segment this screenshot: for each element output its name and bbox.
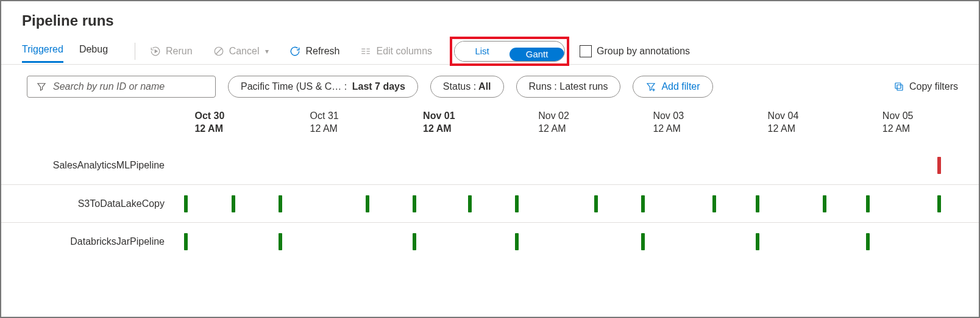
search-input[interactable]: Search by run ID or name	[27, 76, 216, 98]
filter-timezone-value: Last 7 days	[352, 81, 405, 92]
divider	[135, 43, 135, 60]
timeline-tick: Nov 0312 AM	[653, 110, 684, 136]
run-bar[interactable]	[866, 195, 870, 212]
run-bar[interactable]	[641, 233, 645, 250]
copy-filters-button[interactable]: Copy filters	[893, 81, 958, 92]
timeline-tick: Nov 0112 AM	[423, 110, 455, 136]
copy-icon	[893, 81, 904, 92]
columns-icon	[360, 46, 371, 57]
cancel-icon	[213, 46, 224, 57]
edit-columns-button[interactable]: Edit columns	[357, 43, 436, 59]
pipeline-name[interactable]: SalesAnalyticsMLPipeline	[1, 160, 178, 171]
filter-icon	[36, 81, 47, 92]
run-bar[interactable]	[756, 233, 759, 250]
run-bar[interactable]	[515, 233, 519, 250]
run-bar[interactable]	[937, 157, 941, 174]
filter-status[interactable]: Status : All	[430, 76, 504, 98]
group-by-label: Group by annotations	[597, 46, 690, 57]
filter-runs-prefix: Runs :	[529, 81, 557, 92]
view-toggle[interactable]: List Gantt	[454, 41, 565, 62]
run-bar[interactable]	[756, 195, 759, 212]
chevron-down-icon: ▾	[265, 47, 269, 56]
view-toggle-list[interactable]: List	[455, 42, 510, 61]
rerun-button[interactable]: Rerun	[146, 43, 196, 59]
refresh-icon	[289, 46, 300, 57]
group-by-annotations[interactable]: Group by annotations	[580, 45, 690, 57]
toolbar: Triggered Debug Rerun Cancel ▾ Refresh	[1, 38, 979, 65]
checkbox-icon[interactable]	[580, 45, 592, 57]
rerun-icon	[150, 46, 161, 57]
rerun-label: Rerun	[166, 46, 193, 57]
timeline-tick: Oct 3112 AM	[310, 110, 339, 136]
svg-rect-12	[895, 83, 901, 89]
run-bar[interactable]	[594, 195, 598, 212]
filter-timezone[interactable]: Pacific Time (US & C… : Last 7 days	[228, 76, 418, 98]
run-bar[interactable]	[366, 195, 369, 212]
run-bar[interactable]	[184, 195, 188, 212]
gantt-row: DatabricksJarPipeline	[1, 222, 979, 260]
row-bars	[178, 223, 967, 260]
page-title: Pipeline runs	[1, 1, 979, 38]
svg-line-2	[216, 48, 221, 54]
svg-marker-0	[155, 49, 157, 52]
refresh-button[interactable]: Refresh	[286, 43, 343, 59]
gantt-row: SalesAnalyticsMLPipeline	[1, 146, 979, 184]
cancel-button[interactable]: Cancel ▾	[210, 43, 273, 59]
pipeline-name[interactable]: DatabricksJarPipeline	[1, 236, 178, 247]
svg-rect-11	[897, 85, 903, 90]
row-bars	[178, 185, 967, 222]
timeline-tick: Oct 3012 AM	[194, 110, 224, 136]
run-bar[interactable]	[866, 233, 870, 250]
run-bar[interactable]	[279, 233, 282, 250]
filter-status-value: All	[478, 81, 491, 92]
add-filter-icon	[645, 81, 656, 92]
run-bar[interactable]	[279, 195, 282, 212]
filter-runs[interactable]: Runs : Latest runs	[516, 76, 621, 98]
view-toggle-gantt[interactable]: Gantt	[510, 48, 564, 61]
run-bar[interactable]	[413, 233, 416, 250]
gantt-body: SalesAnalyticsMLPipelineS3ToDataLakeCopy…	[1, 146, 979, 260]
cancel-label: Cancel	[229, 46, 260, 57]
edit-columns-label: Edit columns	[376, 46, 432, 57]
timeline-tick: Nov 0512 AM	[882, 110, 914, 136]
timeline-tick: Nov 0212 AM	[538, 110, 569, 136]
tab-debug[interactable]: Debug	[79, 39, 108, 63]
run-bar[interactable]	[468, 195, 472, 212]
gantt-chart: Oct 3012 AMOct 3112 AMNov 0112 AMNov 021…	[1, 110, 979, 260]
copy-filters-label: Copy filters	[909, 81, 958, 92]
filter-runs-value: Latest runs	[559, 81, 608, 92]
filter-bar: Search by run ID or name Pacific Time (U…	[1, 65, 979, 104]
tab-triggered[interactable]: Triggered	[22, 39, 63, 63]
add-filter-label: Add filter	[661, 81, 700, 92]
gantt-row: S3ToDataLakeCopy	[1, 184, 979, 222]
refresh-label: Refresh	[305, 46, 339, 57]
run-bar[interactable]	[413, 195, 416, 212]
pipeline-name[interactable]: S3ToDataLakeCopy	[1, 198, 178, 209]
run-bar[interactable]	[937, 195, 941, 212]
add-filter-button[interactable]: Add filter	[633, 76, 712, 98]
run-bar[interactable]	[641, 195, 645, 212]
run-bar[interactable]	[823, 195, 826, 212]
filter-status-prefix: Status :	[443, 81, 476, 92]
run-bar[interactable]	[184, 233, 188, 250]
row-bars	[178, 146, 967, 184]
run-bar[interactable]	[232, 195, 235, 212]
run-bar[interactable]	[515, 195, 519, 212]
timeline-tick: Nov 0412 AM	[768, 110, 799, 136]
run-bar[interactable]	[712, 195, 716, 212]
filter-timezone-prefix: Pacific Time (US & C…	[241, 81, 341, 92]
timeline-header: Oct 3012 AMOct 3112 AMNov 0112 AMNov 021…	[1, 110, 979, 146]
search-placeholder: Search by run ID or name	[53, 81, 165, 92]
